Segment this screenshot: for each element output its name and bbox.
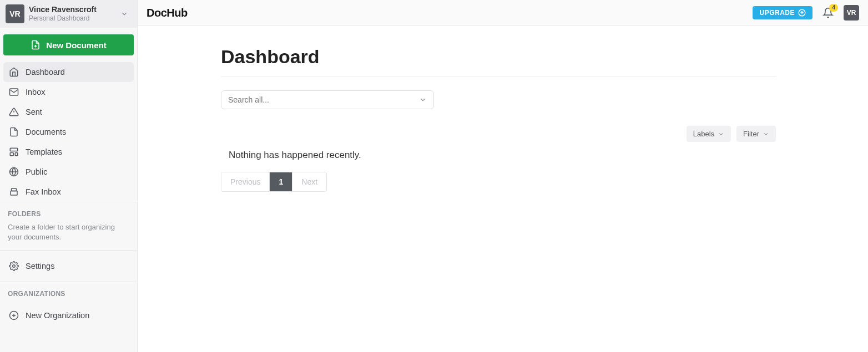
plus-circle-icon — [9, 310, 19, 320]
filter-button[interactable]: Filter — [736, 126, 776, 142]
globe-icon — [9, 167, 19, 177]
sidebar-item-label: Public — [26, 167, 48, 176]
sidebar-item-label: Sent — [26, 108, 42, 116]
sidebar-item-templates[interactable]: Templates — [3, 142, 134, 162]
new-organization-label: New Organization — [26, 311, 89, 320]
file-plus-icon — [31, 40, 41, 50]
fax-icon — [9, 187, 19, 197]
profile-subtitle: Personal Dashboard — [29, 14, 117, 22]
user-avatar-button[interactable]: VR — [844, 5, 859, 21]
filter-label: Filter — [743, 130, 759, 138]
sidebar-item-dashboard[interactable]: Dashboard — [3, 62, 134, 82]
sidebar-item-label: Templates — [26, 147, 62, 156]
sidebar-item-label: Fax Inbox — [26, 187, 61, 196]
pagination: Previous 1 Next — [221, 172, 327, 192]
pager-previous-button[interactable]: Previous — [221, 172, 270, 191]
pager-next-button[interactable]: Next — [292, 172, 326, 191]
chevron-down-icon — [718, 131, 724, 137]
folders-help-text: Create a folder to start organizing your… — [8, 222, 129, 242]
labels-button[interactable]: Labels — [687, 126, 731, 142]
templates-icon — [9, 147, 19, 157]
chevron-down-icon — [117, 10, 132, 18]
sidebar-item-public[interactable]: Public — [3, 162, 134, 182]
sidebar-item-label: Inbox — [26, 88, 45, 96]
search-input[interactable] — [228, 95, 419, 104]
logo[interactable]: DocHub — [147, 7, 188, 19]
upgrade-button[interactable]: UPGRADE — [753, 6, 813, 19]
file-icon — [9, 127, 19, 137]
sidebar-item-documents[interactable]: Documents — [3, 122, 134, 142]
send-icon — [9, 107, 19, 117]
sidebar-item-label: Documents — [26, 127, 66, 136]
home-icon — [9, 67, 19, 77]
empty-state-text: Nothing has happened recently. — [221, 146, 776, 161]
notifications-button[interactable]: 4 — [822, 7, 834, 18]
pager-page-1-button[interactable]: 1 — [270, 172, 292, 191]
organizations-title: ORGANIZATIONS — [8, 290, 129, 298]
svg-rect-6 — [10, 153, 13, 156]
organizations-section: ORGANIZATIONS — [0, 282, 137, 305]
sidebar-item-inbox[interactable]: Inbox — [3, 82, 134, 102]
profile-switcher[interactable]: VR Vince Ravenscroft Personal Dashboard — [0, 0, 137, 28]
svg-rect-11 — [11, 191, 17, 196]
chevron-down-icon — [763, 131, 769, 137]
notification-badge: 4 — [829, 4, 838, 12]
svg-rect-5 — [10, 148, 18, 151]
sidebar-item-sent[interactable]: Sent — [3, 102, 134, 122]
avatar: VR — [6, 4, 24, 23]
folders-title: FOLDERS — [8, 210, 129, 218]
mail-icon — [9, 87, 19, 97]
chevron-down-icon — [419, 96, 427, 104]
sidebar-item-settings[interactable]: Settings — [3, 256, 134, 276]
gear-icon — [9, 261, 19, 271]
sidebar-item-fax-inbox[interactable]: Fax Inbox — [3, 182, 134, 202]
new-document-label: New Document — [46, 40, 106, 50]
search-input-wrapper[interactable] — [221, 90, 434, 109]
profile-name: Vince Ravenscroft — [29, 5, 117, 14]
new-document-button[interactable]: New Document — [3, 34, 134, 55]
svg-point-13 — [13, 265, 16, 268]
arrow-up-circle-icon — [798, 9, 806, 17]
sidebar-item-label: Settings — [26, 262, 54, 271]
labels-label: Labels — [693, 130, 714, 138]
sidebar-item-label: Dashboard — [26, 68, 65, 76]
svg-rect-7 — [15, 153, 18, 156]
page-title: Dashboard — [221, 46, 776, 77]
new-organization-button[interactable]: New Organization — [3, 305, 134, 325]
upgrade-label: UPGRADE — [759, 9, 795, 17]
folders-section: FOLDERS Create a folder to start organiz… — [0, 202, 137, 250]
